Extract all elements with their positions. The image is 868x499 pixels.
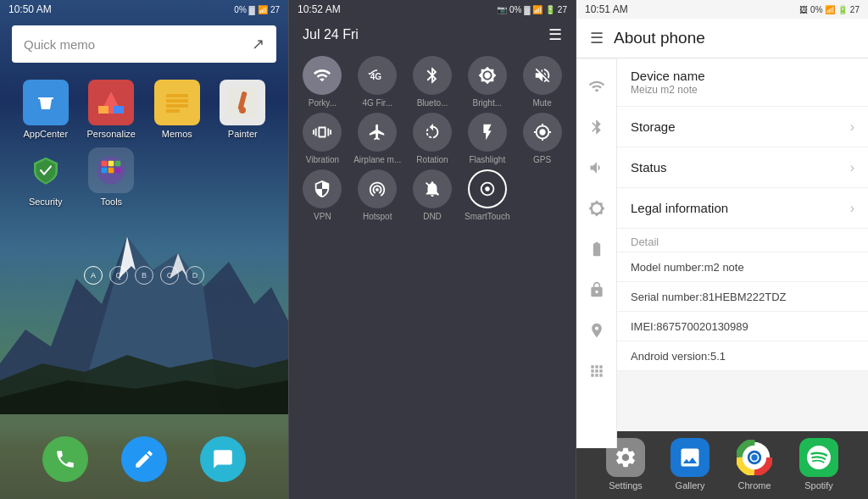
security-label: Security xyxy=(29,197,63,207)
qs-wifi[interactable]: Porky... xyxy=(298,56,348,108)
qs-flashlight[interactable]: Flashlight xyxy=(462,113,512,164)
qs-bluetooth[interactable]: Blueto... xyxy=(408,56,458,108)
qs-rot-label: Rotation xyxy=(416,155,448,164)
quick-settings-grid: Porky... 4G 4G Fir... Blueto... xyxy=(289,51,576,226)
qs-plane-icon xyxy=(358,113,397,152)
page-dot-c[interactable]: C xyxy=(160,266,179,285)
qs-brightness[interactable]: Bright... xyxy=(462,56,512,108)
qs-gps-icon xyxy=(523,113,562,152)
page-dot-a[interactable]: A xyxy=(84,266,103,285)
detail-header-label: Detail xyxy=(631,236,659,248)
storage-item[interactable]: Storage › xyxy=(617,107,868,147)
hot-svg xyxy=(368,180,387,198)
quick-memo-expand-icon: ↗ xyxy=(252,35,264,53)
bottom-spotify-app[interactable]: Spotify xyxy=(799,438,838,491)
battery-icon-p1: 0% ▓ xyxy=(234,5,255,14)
security-svg xyxy=(31,155,61,186)
legal-chevron-icon: › xyxy=(850,201,854,216)
sidebar-lock-icon xyxy=(576,269,617,310)
vib-svg xyxy=(313,123,331,141)
status-item[interactable]: Status › xyxy=(617,147,868,188)
qs-4g[interactable]: 4G 4G Fir... xyxy=(353,56,403,108)
qs-gps[interactable]: GPS xyxy=(517,113,567,164)
appcenter-label: AppCenter xyxy=(23,129,68,139)
dock-phone-button[interactable] xyxy=(42,436,88,482)
about-phone-header: ☰ About phone xyxy=(576,19,868,58)
app-tools[interactable]: Tools xyxy=(83,147,141,207)
about-phone-content: Device name Meizu m2 note Storage › Stat… xyxy=(617,58,868,371)
gps-svg xyxy=(533,123,552,141)
app-appcenter[interactable]: AppCenter xyxy=(17,80,75,139)
qs-vibration[interactable]: Vibration xyxy=(298,113,348,164)
status-bar-panel3: 10:51 AM 🖼 0% 📶 🔋 27 xyxy=(576,0,868,19)
bottom-chrome-app[interactable]: Chrome xyxy=(735,438,774,491)
bottom-dock xyxy=(0,428,288,499)
sb-loc-svg xyxy=(588,322,605,339)
app-memos[interactable]: Memos xyxy=(148,80,206,139)
appcenter-svg xyxy=(31,87,61,118)
st-svg xyxy=(478,180,497,198)
qs-airplane[interactable]: Airplane m... xyxy=(353,113,403,164)
dock-back-button[interactable] xyxy=(121,436,167,482)
qs-mute[interactable]: Mute xyxy=(517,56,567,108)
sb-lock-svg xyxy=(588,281,605,298)
qs-bright-label: Bright... xyxy=(473,98,502,108)
qs-hotspot[interactable]: Hotspot xyxy=(353,169,403,221)
qs-rotation[interactable]: Rotation xyxy=(408,113,458,164)
page-dot-b[interactable]: B xyxy=(135,266,153,285)
app-painter[interactable]: Painter xyxy=(214,80,272,139)
status-bar-panel2: 10:52 AM 📷 0% ▓ 📶 🔋 27 xyxy=(289,0,576,19)
chrome-app-icon xyxy=(735,438,774,477)
personalize-label: Personalize xyxy=(87,129,136,139)
battery-num-p1: 27 xyxy=(270,5,280,14)
settings-label: Settings xyxy=(609,480,643,491)
quick-memo-bar[interactable]: Quick memo ↗ xyxy=(12,25,276,63)
date-row: Jul 24 Fri ☰ xyxy=(289,19,576,51)
home-screen-panel: 10:50 AM 0% ▓ 📶 27 Quick memo ↗ AppCente… xyxy=(0,0,288,499)
android-text: Android version:5.1 xyxy=(631,350,726,363)
wifi-svg xyxy=(313,66,331,85)
qs-vib-label: Vibration xyxy=(306,155,339,164)
painter-label: Painter xyxy=(228,129,258,139)
legal-label: Legal information xyxy=(631,201,728,215)
qs-vpn[interactable]: VPN xyxy=(298,169,348,221)
app-security[interactable]: Security xyxy=(17,147,75,207)
model-detail: Model number:m2 note xyxy=(617,252,868,282)
svg-rect-14 xyxy=(166,94,188,97)
qs-smarttouch[interactable]: SmartTouch xyxy=(462,169,512,221)
hamburger-menu-icon[interactable]: ☰ xyxy=(590,29,604,47)
status-time-p3: 10:51 AM xyxy=(585,3,628,15)
sidebar-location-icon xyxy=(576,310,617,351)
sidebar-apps-icon xyxy=(576,351,617,391)
imei-detail: IMEI:867570020130989 xyxy=(617,312,868,341)
img-icon-p3: 🖼 xyxy=(799,5,808,14)
memos-svg xyxy=(162,87,192,118)
gallery-label: Gallery xyxy=(676,480,705,491)
qs-hot-label: Hotspot xyxy=(363,212,392,221)
status-chevron-icon: › xyxy=(850,160,854,175)
about-phone-title: About phone xyxy=(614,29,705,47)
qs-flash-icon xyxy=(468,113,507,152)
qs-wifi-label: Porky... xyxy=(309,98,337,108)
sidebar-volume-icon xyxy=(576,147,617,188)
battery-p3: 0% 📶 🔋 27 xyxy=(810,5,860,14)
gallery-app-icon xyxy=(670,438,709,477)
status-time-p2: 10:52 AM xyxy=(298,3,341,15)
page-dot-q[interactable]: Q xyxy=(109,266,128,285)
legal-item[interactable]: Legal information › xyxy=(617,188,868,229)
menu-icon[interactable]: ☰ xyxy=(548,25,562,44)
qs-dnd[interactable]: DND xyxy=(408,169,458,221)
qs-bt-icon xyxy=(413,56,452,95)
sidebar-wifi-icon xyxy=(576,66,617,107)
app-personalize[interactable]: Personalize xyxy=(83,80,141,139)
page-dot-d[interactable]: D xyxy=(186,266,204,285)
bottom-gallery-app[interactable]: Gallery xyxy=(670,438,709,491)
qs-hot-icon xyxy=(358,169,397,208)
quick-settings-panel: 10:52 AM 📷 0% ▓ 📶 🔋 27 Jul 24 Fri ☰ Pork… xyxy=(288,0,576,499)
tools-icon xyxy=(88,147,134,193)
dock-chat-button[interactable] xyxy=(200,436,246,482)
device-name-item[interactable]: Device name Meizu m2 note xyxy=(617,58,868,107)
status-icons-p2: 📷 0% ▓ 📶 🔋 27 xyxy=(497,5,567,14)
spotify-svg xyxy=(807,446,831,469)
svg-rect-25 xyxy=(102,168,108,174)
